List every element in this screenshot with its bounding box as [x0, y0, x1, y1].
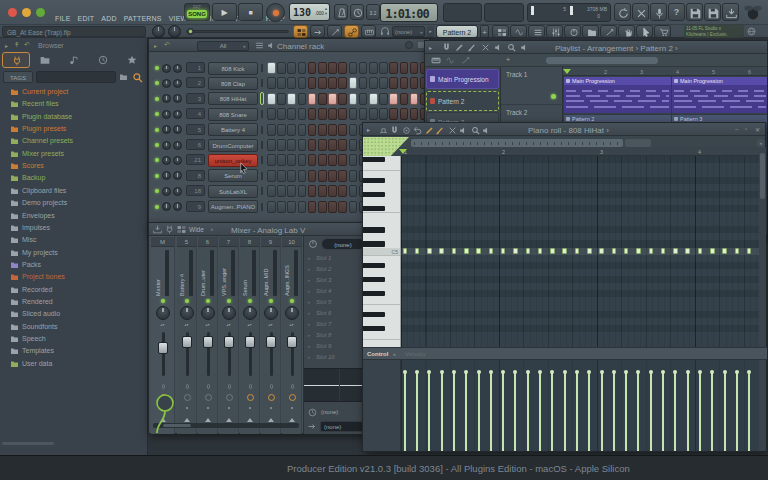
step-4[interactable]: [298, 185, 307, 197]
record-button[interactable]: [266, 3, 285, 22]
playback-icon[interactable]: [482, 126, 491, 135]
note[interactable]: [673, 248, 678, 254]
velocity-cap[interactable]: [710, 370, 714, 374]
pencil-icon[interactable]: [425, 126, 434, 135]
browser-item-scores[interactable]: Scores: [0, 160, 148, 172]
step-9[interactable]: [349, 170, 358, 182]
tempo-stepper[interactable]: ▲ ▼: [324, 6, 328, 16]
browser-tab-files[interactable]: [31, 52, 59, 68]
preview-scrollbar[interactable]: [411, 139, 623, 147]
mixer-strip-9[interactable]: 9Augm..MID▴▾: [261, 236, 281, 434]
pattern-picker-tab-icon[interactable]: [431, 56, 441, 65]
mixer-slot-9[interactable]: Slot 9: [316, 343, 331, 349]
velocity-cap[interactable]: [452, 370, 456, 374]
black-key[interactable]: [363, 157, 385, 162]
channel-number-box[interactable]: 8: [186, 170, 205, 181]
step-3[interactable]: [287, 185, 296, 197]
step-8[interactable]: [338, 185, 347, 197]
velocity-bar[interactable]: [551, 373, 553, 451]
black-key[interactable]: [363, 312, 385, 317]
velocity-bar[interactable]: [576, 373, 578, 451]
step-1[interactable]: [267, 139, 276, 151]
velocity-cap[interactable]: [427, 370, 431, 374]
velocity-cap[interactable]: [612, 370, 616, 374]
channel-volume-knob[interactable]: [173, 171, 182, 180]
step-13[interactable]: [389, 77, 398, 89]
channel-name-button[interactable]: 808 Kick: [208, 62, 258, 75]
browser-item-current-project[interactable]: Current project: [0, 86, 148, 98]
strip-route-arrow[interactable]: [226, 418, 232, 422]
step-10[interactable]: [359, 62, 368, 74]
channel-number-box[interactable]: 1: [186, 62, 205, 73]
step-4[interactable]: [298, 124, 307, 136]
step-2[interactable]: [277, 108, 286, 120]
browser-item-backup[interactable]: Backup: [0, 172, 148, 184]
mixer-slot-8[interactable]: Slot 8: [316, 332, 331, 338]
browser-item-channel-presets[interactable]: Channel presets: [0, 135, 148, 147]
note[interactable]: [526, 248, 531, 254]
step-1[interactable]: [267, 154, 276, 166]
strip-pan-knob[interactable]: [243, 306, 257, 320]
collapse-icon[interactable]: ▸: [154, 42, 157, 49]
channel-pan-knob[interactable]: [162, 171, 171, 180]
step-11[interactable]: [369, 77, 378, 89]
velocity-bar[interactable]: [539, 373, 541, 451]
cut-icon[interactable]: [481, 43, 490, 52]
velocity-bar[interactable]: [748, 373, 750, 451]
browser-item-recorded[interactable]: Recorded: [0, 284, 148, 296]
channel-volume-knob[interactable]: [173, 110, 182, 119]
zoom-icon[interactable]: [507, 43, 516, 52]
channel-pan-knob[interactable]: [162, 156, 171, 165]
channel-number-box[interactable]: 5: [186, 124, 205, 135]
step-13[interactable]: [389, 108, 398, 120]
strip-led[interactable]: [227, 299, 231, 303]
mixer-strip-10[interactable]: 10Augm..INGS▴▾: [282, 236, 302, 434]
step-4[interactable]: [298, 77, 307, 89]
velocity-cap[interactable]: [600, 370, 604, 374]
step-4[interactable]: [298, 93, 307, 105]
step-14[interactable]: [400, 108, 409, 120]
channel-volume-knob[interactable]: [173, 94, 182, 103]
note[interactable]: [415, 248, 420, 254]
mute-icon[interactable]: [459, 126, 468, 135]
pr-vscroll-handle[interactable]: [760, 153, 765, 199]
strip-led[interactable]: [206, 299, 210, 303]
macos-zoom-button[interactable]: [36, 8, 45, 17]
browser-item-recent-files[interactable]: Recent files: [0, 98, 148, 110]
pattern-prev-button[interactable]: ▸: [427, 26, 434, 37]
strip-lamp-icon[interactable]: [207, 384, 210, 389]
step-14[interactable]: [400, 62, 409, 74]
step-6[interactable]: [318, 139, 327, 151]
master-pitch-knob[interactable]: [168, 25, 181, 38]
note[interactable]: [427, 248, 432, 254]
channel-number-box[interactable]: 18: [186, 185, 205, 196]
velocity-cap[interactable]: [415, 370, 419, 374]
arrow-right-button[interactable]: [310, 25, 325, 38]
undo-history-button[interactable]: [614, 3, 631, 21]
menu-icon[interactable]: ▸: [429, 44, 432, 51]
strip-lamp-icon[interactable]: [162, 384, 165, 389]
step-5[interactable]: [308, 93, 317, 105]
strip-lamp-icon[interactable]: [228, 384, 231, 389]
velocity-cap[interactable]: [538, 370, 542, 374]
channel-number-box[interactable]: 3: [186, 93, 205, 104]
strip-mute-button[interactable]: [184, 394, 191, 401]
note[interactable]: [575, 248, 580, 254]
insert-selector[interactable]: (none): [321, 238, 365, 250]
velocity-cap[interactable]: [526, 370, 530, 374]
step-13[interactable]: [389, 93, 398, 105]
velocity-cap[interactable]: [464, 370, 468, 374]
velocity-bar[interactable]: [428, 373, 430, 451]
step-1[interactable]: [267, 170, 276, 182]
menu-add[interactable]: ADD: [101, 15, 116, 22]
typing-target-selector[interactable]: (none)▸: [392, 26, 425, 37]
strip-led[interactable]: [269, 299, 273, 303]
project-filename-box[interactable]: GB_At Ease (Trap).flp: [2, 26, 146, 37]
channel-enable-led[interactable]: [155, 174, 159, 178]
velocity-cap[interactable]: [550, 370, 554, 374]
search-magnifier-icon[interactable]: [132, 72, 143, 83]
note[interactable]: [710, 248, 715, 254]
pat-song-toggle[interactable]: PATSONG: [184, 3, 210, 21]
strip-mute-button[interactable]: [268, 394, 275, 401]
plugin-picker-button[interactable]: [600, 25, 617, 38]
